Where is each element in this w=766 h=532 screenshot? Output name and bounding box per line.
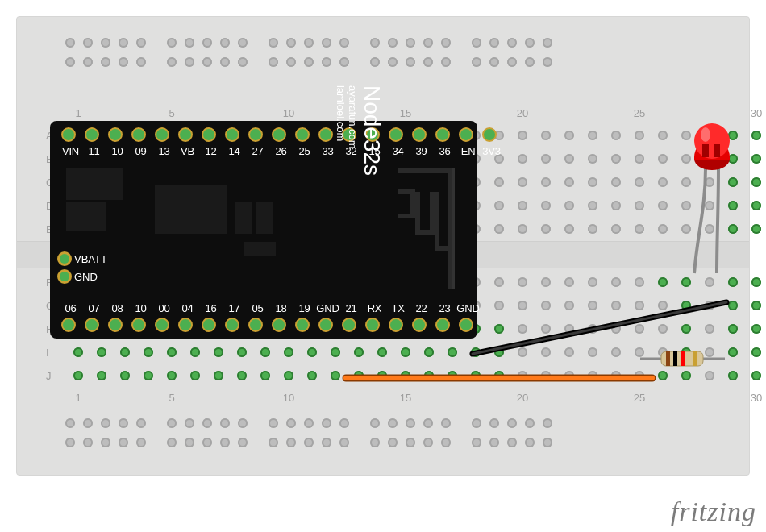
svg-rect-11 <box>702 144 709 157</box>
svg-line-0 <box>473 302 726 354</box>
svg-rect-12 <box>714 144 720 157</box>
red-led[interactable] <box>691 112 735 289</box>
svg-rect-7 <box>693 351 697 366</box>
svg-rect-6 <box>681 351 685 366</box>
svg-point-9 <box>694 123 730 159</box>
wiring-layer <box>17 17 749 475</box>
svg-rect-5 <box>673 351 677 366</box>
svg-rect-4 <box>666 351 670 366</box>
svg-point-10 <box>701 127 710 142</box>
resistor[interactable] <box>640 350 725 368</box>
breadboard: 151015202530 ABCDE FGHIJ 151015202530 VI… <box>16 16 750 476</box>
fritzing-watermark: fritzing <box>671 497 756 527</box>
